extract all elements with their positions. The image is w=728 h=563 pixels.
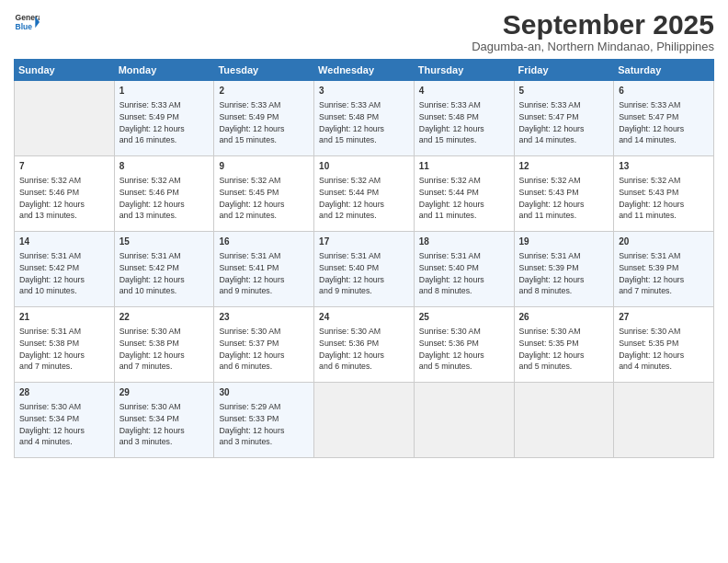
day-cell: 23Sunrise: 5:30 AM Sunset: 5:37 PM Dayli… bbox=[214, 307, 314, 383]
day-number: 22 bbox=[119, 311, 210, 324]
day-info: Sunrise: 5:32 AM Sunset: 5:43 PM Dayligh… bbox=[519, 175, 609, 222]
day-number: 25 bbox=[419, 311, 509, 324]
day-cell: 29Sunrise: 5:30 AM Sunset: 5:34 PM Dayli… bbox=[114, 383, 214, 458]
header-cell-tuesday: Tuesday bbox=[214, 60, 314, 81]
week-row-3: 14Sunrise: 5:31 AM Sunset: 5:42 PM Dayli… bbox=[15, 232, 714, 307]
day-number: 7 bbox=[19, 160, 109, 173]
title-block: September 2025 Dagumba-an, Northern Mind… bbox=[472, 9, 714, 53]
day-info: Sunrise: 5:31 AM Sunset: 5:39 PM Dayligh… bbox=[619, 250, 709, 297]
day-number: 21 bbox=[19, 311, 109, 324]
day-cell bbox=[314, 383, 415, 458]
day-cell: 13Sunrise: 5:32 AM Sunset: 5:43 PM Dayli… bbox=[614, 156, 714, 232]
week-row-4: 21Sunrise: 5:31 AM Sunset: 5:38 PM Dayli… bbox=[15, 307, 714, 383]
day-cell: 26Sunrise: 5:30 AM Sunset: 5:35 PM Dayli… bbox=[514, 307, 614, 383]
page: General Blue September 2025 Dagumba-an, … bbox=[0, 0, 728, 563]
day-info: Sunrise: 5:30 AM Sunset: 5:38 PM Dayligh… bbox=[119, 326, 210, 373]
day-number: 27 bbox=[619, 311, 709, 324]
day-number: 19 bbox=[519, 236, 609, 248]
day-number: 14 bbox=[19, 236, 109, 248]
day-info: Sunrise: 5:29 AM Sunset: 5:33 PM Dayligh… bbox=[219, 401, 309, 448]
day-info: Sunrise: 5:32 AM Sunset: 5:44 PM Dayligh… bbox=[319, 175, 409, 222]
day-info: Sunrise: 5:32 AM Sunset: 5:45 PM Dayligh… bbox=[219, 175, 309, 222]
day-cell: 30Sunrise: 5:29 AM Sunset: 5:33 PM Dayli… bbox=[214, 383, 314, 458]
day-number: 26 bbox=[519, 311, 609, 324]
header-cell-monday: Monday bbox=[114, 60, 214, 81]
logo: General Blue bbox=[14, 9, 40, 35]
day-number: 13 bbox=[619, 160, 709, 173]
day-cell: 28Sunrise: 5:30 AM Sunset: 5:34 PM Dayli… bbox=[15, 383, 115, 458]
calendar-body: 1Sunrise: 5:33 AM Sunset: 5:49 PM Daylig… bbox=[15, 81, 714, 458]
day-info: Sunrise: 5:33 AM Sunset: 5:48 PM Dayligh… bbox=[319, 99, 409, 146]
day-info: Sunrise: 5:32 AM Sunset: 5:46 PM Dayligh… bbox=[19, 175, 109, 222]
location: Dagumba-an, Northern Mindanao, Philippin… bbox=[472, 40, 714, 53]
day-info: Sunrise: 5:32 AM Sunset: 5:43 PM Dayligh… bbox=[619, 175, 709, 222]
day-number: 9 bbox=[219, 160, 309, 173]
day-cell: 1Sunrise: 5:33 AM Sunset: 5:49 PM Daylig… bbox=[114, 81, 214, 156]
day-cell: 6Sunrise: 5:33 AM Sunset: 5:47 PM Daylig… bbox=[614, 81, 714, 156]
week-row-1: 1Sunrise: 5:33 AM Sunset: 5:49 PM Daylig… bbox=[15, 81, 714, 156]
month-title: September 2025 bbox=[472, 9, 714, 40]
day-info: Sunrise: 5:31 AM Sunset: 5:40 PM Dayligh… bbox=[419, 250, 509, 297]
day-cell: 19Sunrise: 5:31 AM Sunset: 5:39 PM Dayli… bbox=[514, 232, 614, 307]
day-info: Sunrise: 5:33 AM Sunset: 5:47 PM Dayligh… bbox=[519, 99, 609, 146]
day-info: Sunrise: 5:31 AM Sunset: 5:38 PM Dayligh… bbox=[19, 326, 109, 373]
day-cell: 18Sunrise: 5:31 AM Sunset: 5:40 PM Dayli… bbox=[414, 232, 514, 307]
day-info: Sunrise: 5:33 AM Sunset: 5:48 PM Dayligh… bbox=[419, 99, 509, 146]
day-cell: 11Sunrise: 5:32 AM Sunset: 5:44 PM Dayli… bbox=[414, 156, 514, 232]
day-cell: 21Sunrise: 5:31 AM Sunset: 5:38 PM Dayli… bbox=[15, 307, 115, 383]
day-info: Sunrise: 5:30 AM Sunset: 5:35 PM Dayligh… bbox=[519, 326, 609, 373]
day-cell: 8Sunrise: 5:32 AM Sunset: 5:46 PM Daylig… bbox=[114, 156, 214, 232]
day-cell: 4Sunrise: 5:33 AM Sunset: 5:48 PM Daylig… bbox=[414, 81, 514, 156]
week-row-5: 28Sunrise: 5:30 AM Sunset: 5:34 PM Dayli… bbox=[15, 383, 714, 458]
day-info: Sunrise: 5:30 AM Sunset: 5:37 PM Dayligh… bbox=[219, 326, 309, 373]
day-number: 15 bbox=[119, 236, 210, 248]
day-info: Sunrise: 5:30 AM Sunset: 5:34 PM Dayligh… bbox=[119, 401, 210, 448]
day-info: Sunrise: 5:30 AM Sunset: 5:35 PM Dayligh… bbox=[619, 326, 709, 373]
day-cell bbox=[514, 383, 614, 458]
calendar-header-row: SundayMondayTuesdayWednesdayThursdayFrid… bbox=[15, 60, 714, 81]
logo-icon: General Blue bbox=[14, 9, 40, 35]
day-cell: 25Sunrise: 5:30 AM Sunset: 5:36 PM Dayli… bbox=[414, 307, 514, 383]
day-cell: 5Sunrise: 5:33 AM Sunset: 5:47 PM Daylig… bbox=[514, 81, 614, 156]
day-number: 10 bbox=[319, 160, 409, 173]
header-cell-friday: Friday bbox=[514, 60, 614, 81]
day-info: Sunrise: 5:31 AM Sunset: 5:42 PM Dayligh… bbox=[19, 250, 109, 297]
day-number: 29 bbox=[119, 386, 210, 399]
day-cell: 27Sunrise: 5:30 AM Sunset: 5:35 PM Dayli… bbox=[614, 307, 714, 383]
calendar-table: SundayMondayTuesdayWednesdayThursdayFrid… bbox=[14, 59, 714, 458]
day-info: Sunrise: 5:31 AM Sunset: 5:41 PM Dayligh… bbox=[219, 250, 309, 297]
day-number: 8 bbox=[119, 160, 210, 173]
day-info: Sunrise: 5:30 AM Sunset: 5:36 PM Dayligh… bbox=[319, 326, 409, 373]
day-cell: 20Sunrise: 5:31 AM Sunset: 5:39 PM Dayli… bbox=[614, 232, 714, 307]
week-row-2: 7Sunrise: 5:32 AM Sunset: 5:46 PM Daylig… bbox=[15, 156, 714, 232]
day-cell: 2Sunrise: 5:33 AM Sunset: 5:49 PM Daylig… bbox=[214, 81, 314, 156]
day-number: 17 bbox=[319, 236, 409, 248]
day-info: Sunrise: 5:31 AM Sunset: 5:39 PM Dayligh… bbox=[519, 250, 609, 297]
day-number: 2 bbox=[219, 85, 309, 98]
day-info: Sunrise: 5:32 AM Sunset: 5:46 PM Dayligh… bbox=[119, 175, 210, 222]
day-number: 18 bbox=[419, 236, 509, 248]
day-cell: 10Sunrise: 5:32 AM Sunset: 5:44 PM Dayli… bbox=[314, 156, 415, 232]
day-cell: 22Sunrise: 5:30 AM Sunset: 5:38 PM Dayli… bbox=[114, 307, 214, 383]
day-info: Sunrise: 5:31 AM Sunset: 5:42 PM Dayligh… bbox=[119, 250, 210, 297]
day-info: Sunrise: 5:30 AM Sunset: 5:36 PM Dayligh… bbox=[419, 326, 509, 373]
day-number: 23 bbox=[219, 311, 309, 324]
day-info: Sunrise: 5:31 AM Sunset: 5:40 PM Dayligh… bbox=[319, 250, 409, 297]
header: General Blue September 2025 Dagumba-an, … bbox=[14, 9, 714, 53]
day-number: 30 bbox=[219, 386, 309, 399]
svg-text:Blue: Blue bbox=[16, 22, 33, 31]
day-cell bbox=[414, 383, 514, 458]
day-info: Sunrise: 5:32 AM Sunset: 5:44 PM Dayligh… bbox=[419, 175, 509, 222]
day-number: 20 bbox=[619, 236, 709, 248]
header-cell-saturday: Saturday bbox=[614, 60, 714, 81]
day-number: 4 bbox=[419, 85, 509, 98]
day-cell bbox=[15, 81, 115, 156]
day-number: 1 bbox=[119, 85, 210, 98]
day-number: 16 bbox=[219, 236, 309, 248]
day-number: 11 bbox=[419, 160, 509, 173]
header-cell-thursday: Thursday bbox=[414, 60, 514, 81]
day-info: Sunrise: 5:33 AM Sunset: 5:49 PM Dayligh… bbox=[119, 99, 210, 146]
day-cell: 7Sunrise: 5:32 AM Sunset: 5:46 PM Daylig… bbox=[15, 156, 115, 232]
day-cell: 14Sunrise: 5:31 AM Sunset: 5:42 PM Dayli… bbox=[15, 232, 115, 307]
day-cell: 24Sunrise: 5:30 AM Sunset: 5:36 PM Dayli… bbox=[314, 307, 415, 383]
